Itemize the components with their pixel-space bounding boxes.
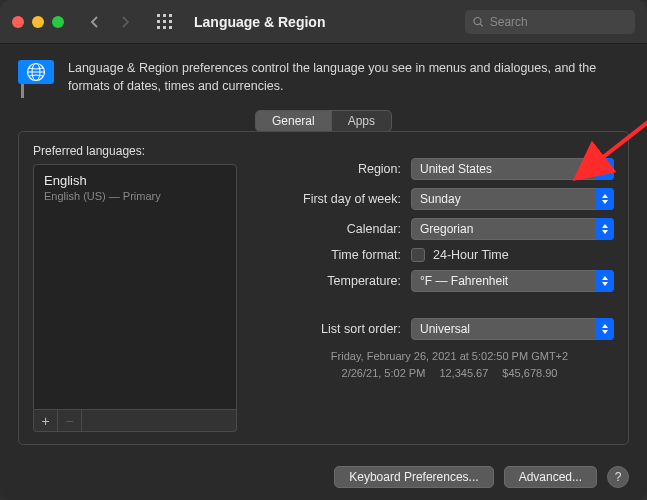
language-subtitle: English (US) — Primary — [44, 190, 226, 202]
grid-icon — [157, 14, 172, 29]
help-button[interactable]: ? — [607, 466, 629, 488]
tab-apps[interactable]: Apps — [332, 111, 391, 131]
select-arrows-icon — [596, 158, 614, 180]
advanced-button[interactable]: Advanced... — [504, 466, 597, 488]
svg-point-9 — [474, 17, 481, 24]
window-title: Language & Region — [194, 14, 325, 30]
minimize-window-button[interactable] — [32, 16, 44, 28]
language-name: English — [44, 173, 226, 188]
language-list-toolbar: + − — [33, 410, 237, 432]
list-sort-label: List sort order: — [255, 322, 411, 336]
format-preview: Friday, February 26, 2021 at 5:02:50 PM … — [255, 348, 614, 381]
add-language-button[interactable]: + — [34, 410, 58, 431]
preferred-languages-label: Preferred languages: — [33, 144, 237, 158]
titlebar: Language & Region — [0, 0, 647, 44]
calendar-label: Calendar: — [255, 222, 411, 236]
svg-rect-3 — [157, 20, 160, 23]
search-input[interactable] — [490, 15, 627, 29]
language-list[interactable]: English English (US) — Primary — [33, 164, 237, 410]
keyboard-prefs-button[interactable]: Keyboard Preferences... — [334, 466, 493, 488]
first-day-label: First day of week: — [255, 192, 411, 206]
temperature-label: Temperature: — [255, 274, 411, 288]
svg-rect-5 — [169, 20, 172, 23]
svg-line-10 — [480, 23, 483, 26]
region-label: Region: — [255, 162, 411, 176]
list-sort-value: Universal — [411, 318, 614, 340]
chevron-right-icon — [122, 16, 130, 28]
svg-rect-8 — [169, 26, 172, 29]
select-arrows-icon — [596, 270, 614, 292]
tab-general[interactable]: General — [256, 111, 332, 131]
intro-text: Language & Region preferences control th… — [68, 60, 629, 95]
forward-button[interactable] — [114, 10, 138, 34]
svg-rect-6 — [157, 26, 160, 29]
language-region-icon — [18, 60, 54, 96]
svg-rect-0 — [157, 14, 160, 17]
list-sort-select[interactable]: Universal — [411, 318, 614, 340]
select-arrows-icon — [596, 188, 614, 210]
language-item[interactable]: English English (US) — Primary — [34, 165, 236, 206]
region-select[interactable]: United States — [411, 158, 614, 180]
format-preview-line2: 2/26/21, 5:02 PM 12,345.67 $45,678.90 — [285, 365, 614, 382]
back-button[interactable] — [82, 10, 106, 34]
tab-group: General Apps — [255, 110, 392, 132]
select-arrows-icon — [596, 218, 614, 240]
search-icon — [473, 16, 484, 28]
first-day-value: Sunday — [411, 188, 614, 210]
format-preview-line1: Friday, February 26, 2021 at 5:02:50 PM … — [285, 348, 614, 365]
first-day-select[interactable]: Sunday — [411, 188, 614, 210]
svg-rect-4 — [163, 20, 166, 23]
remove-language-button[interactable]: − — [58, 410, 82, 431]
search-field[interactable] — [465, 10, 635, 34]
traffic-lights — [12, 16, 64, 28]
time-format-option: 24-Hour Time — [433, 248, 509, 262]
time-format-label: Time format: — [255, 248, 411, 262]
globe-icon — [26, 62, 46, 82]
calendar-select[interactable]: Gregorian — [411, 218, 614, 240]
svg-rect-2 — [169, 14, 172, 17]
chevron-left-icon — [90, 16, 98, 28]
select-arrows-icon — [596, 318, 614, 340]
24-hour-checkbox[interactable] — [411, 248, 425, 262]
show-all-prefs-button[interactable] — [150, 10, 178, 34]
temperature-select[interactable]: °F — Fahrenheit — [411, 270, 614, 292]
svg-rect-7 — [163, 26, 166, 29]
svg-rect-1 — [163, 14, 166, 17]
region-value: United States — [411, 158, 614, 180]
temperature-value: °F — Fahrenheit — [411, 270, 614, 292]
maximize-window-button[interactable] — [52, 16, 64, 28]
calendar-value: Gregorian — [411, 218, 614, 240]
close-window-button[interactable] — [12, 16, 24, 28]
